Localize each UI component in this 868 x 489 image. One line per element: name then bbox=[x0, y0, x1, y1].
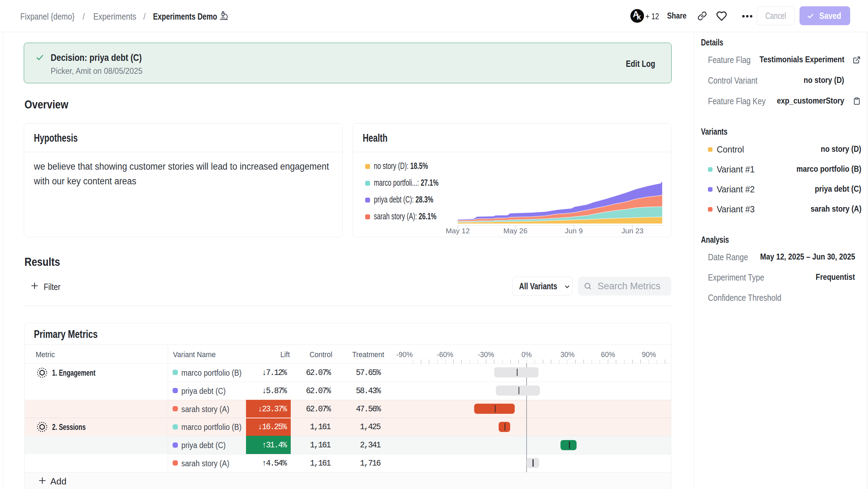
svg-text:May 26: May 26 bbox=[504, 227, 528, 235]
svg-text:Jun 23: Jun 23 bbox=[621, 227, 643, 235]
svg-text:Jun 9: Jun 9 bbox=[565, 227, 583, 235]
svg-text:May 12: May 12 bbox=[446, 227, 470, 235]
